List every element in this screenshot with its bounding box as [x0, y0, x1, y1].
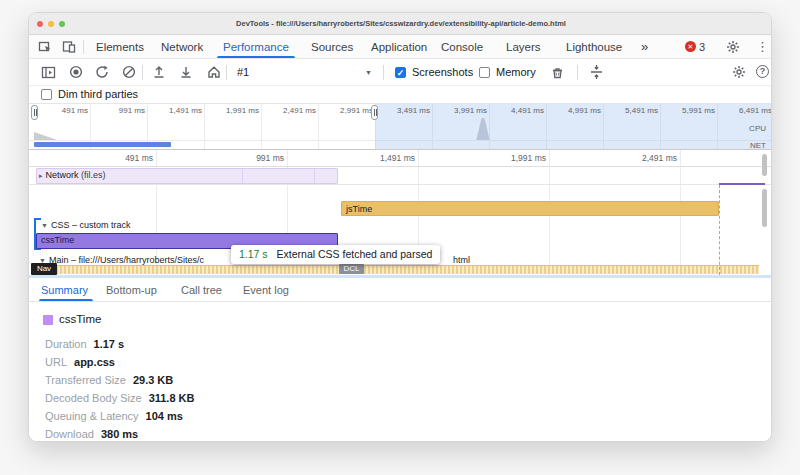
overview-tick: 991 ms [119, 106, 145, 115]
capture-settings-gear-icon[interactable] [732, 65, 746, 79]
timeline-overview[interactable]: 491 ms 991 ms 1,491 ms 1,991 ms 2,491 ms… [29, 103, 772, 150]
separator [142, 65, 143, 80]
tab-bottom-up[interactable]: Bottom-up [106, 278, 157, 302]
devtools-tabbar: Elements Network Performance Sources App… [29, 35, 772, 59]
summary-row-label: Duration [45, 338, 87, 350]
gridline [204, 104, 205, 150]
error-count[interactable]: 3 [699, 35, 705, 59]
error-badge-icon[interactable]: ✕ [685, 41, 696, 52]
nav-marker-badge[interactable]: Nav [31, 263, 57, 275]
history-caret-icon[interactable]: ▼ [365, 69, 372, 76]
tab-console[interactable]: Console [441, 35, 483, 59]
ruler-tick: 1,991 ms [511, 153, 546, 163]
dim-third-parties-row: Dim third parties [29, 86, 772, 103]
summary-row-label: Queuing & Latency [45, 410, 139, 422]
summary-row: URLapp.css [45, 352, 115, 370]
live-metrics-home-icon[interactable] [207, 65, 221, 79]
main-track-label[interactable]: ▼Main – file:///Users/harryroberts/Sites… [39, 255, 204, 265]
memory-label[interactable]: Memory [496, 66, 536, 79]
overview-tick: 4,491 ms [511, 106, 544, 115]
overview-tick: 2,991 ms [340, 106, 373, 115]
record-icon[interactable] [69, 65, 83, 79]
tab-call-tree[interactable]: Call tree [181, 278, 222, 302]
settings-gear-icon[interactable] [726, 40, 740, 54]
main-activity-bar[interactable] [36, 265, 759, 274]
summary-row: Download380 ms [45, 424, 138, 442]
jstime-event-bar[interactable]: jsTime [341, 201, 719, 216]
device-toolbar-icon[interactable] [62, 40, 76, 54]
vertical-scrollbar-thumb[interactable] [762, 154, 767, 176]
cpu-row-label: CPU [749, 124, 766, 133]
kebab-menu-icon[interactable]: ⋮ [756, 35, 769, 59]
active-tab-underline [39, 299, 93, 302]
save-profile-icon[interactable] [179, 65, 193, 79]
main-track-label-tail: html [453, 255, 470, 265]
summary-row-label: Decoded Body Size [45, 392, 142, 404]
gridline [549, 150, 550, 167]
time-cursor-dashed-line [719, 185, 720, 275]
separator [577, 65, 578, 80]
devtools-window: DevTools - file:///Users/harryroberts/Si… [28, 12, 772, 442]
collect-garbage-icon[interactable] [550, 65, 565, 80]
tab-layers[interactable]: Layers [506, 35, 541, 59]
summary-row: Queuing & Latency104 ms [45, 406, 183, 424]
more-tabs-chevron-icon[interactable]: » [641, 35, 648, 59]
overview-tick: 3,991 ms [454, 106, 487, 115]
summary-row-value: 1.17 s [94, 338, 125, 350]
collapse-rows-icon[interactable] [589, 64, 604, 80]
ruler-tick: 491 ms [125, 153, 153, 163]
window-title: DevTools - file:///Users/harryroberts/Si… [29, 19, 772, 28]
selection-handle-left[interactable] [31, 105, 38, 120]
tab-elements[interactable]: Elements [96, 35, 144, 59]
css-track-label[interactable]: ▼CSS – custom track [41, 220, 130, 230]
summary-row-label: Download [45, 428, 94, 440]
dim-third-parties-checkbox[interactable] [41, 89, 52, 100]
network-bar-text: (fil.es) [81, 170, 106, 180]
overview-tick: 1,491 ms [169, 106, 202, 115]
record-and-reload-icon[interactable] [95, 65, 109, 79]
gridline [680, 150, 681, 167]
history-select[interactable]: #1 [237, 66, 249, 79]
gridline [287, 150, 288, 167]
summary-row-value: 311.8 KB [149, 392, 195, 404]
flamechart-area[interactable]: ▸Network (fil.es) jsTime ▼CSS – custom t… [29, 167, 772, 275]
gridline [261, 104, 262, 150]
separator [83, 40, 84, 54]
event-tooltip: 1.17 s External CSS fetched and parsed [231, 245, 440, 264]
dim-third-parties-label[interactable]: Dim third parties [58, 88, 138, 101]
toggle-sidebar-icon[interactable] [41, 65, 56, 80]
request-segment-divider [314, 169, 315, 183]
memory-checkbox[interactable] [479, 67, 490, 78]
inspect-element-icon[interactable] [38, 40, 52, 54]
summary-row-value: 380 ms [101, 428, 138, 440]
tab-lighthouse[interactable]: Lighthouse [566, 35, 622, 59]
network-overview-bar [34, 142, 171, 147]
dcl-marker-badge[interactable]: DCL [339, 264, 364, 274]
network-track-label[interactable]: ▸Network (fil.es) [39, 170, 106, 180]
summary-row: Duration1.17 s [45, 334, 124, 352]
screenshots-label[interactable]: Screenshots [412, 66, 473, 79]
summary-row: Decoded Body Size311.8 KB [45, 388, 195, 406]
expanded-triangle-icon[interactable]: ▼ [41, 222, 48, 229]
collapsed-triangle-icon[interactable]: ▸ [39, 172, 43, 179]
tab-application[interactable]: Application [371, 35, 427, 59]
separator [226, 65, 227, 80]
load-profile-icon[interactable] [152, 65, 166, 79]
request-segment-divider [242, 169, 243, 183]
clear-icon[interactable] [122, 65, 136, 79]
overview-tick: 491 ms [62, 106, 88, 115]
tab-network[interactable]: Network [161, 35, 203, 59]
tab-sources[interactable]: Sources [311, 35, 353, 59]
screenshots-checkbox[interactable]: ✓ [395, 67, 406, 78]
overview-tick: 5,491 ms [625, 106, 658, 115]
performance-toolbar: #1 ▼ ✓ Screenshots Memory ? [29, 59, 772, 86]
tooltip-duration: 1.17 s [239, 248, 268, 260]
vertical-scrollbar-thumb[interactable] [762, 189, 767, 227]
selection-handle-right[interactable] [371, 105, 378, 120]
flamechart-ruler: 491 ms 991 ms 1,491 ms 1,991 ms 2,491 ms… [29, 150, 772, 167]
summary-row-value[interactable]: app.css [74, 356, 115, 368]
overview-tick: 4,991 ms [568, 106, 601, 115]
overview-tick: 6,491 ms [739, 106, 772, 115]
tab-event-log[interactable]: Event log [243, 278, 289, 302]
help-icon[interactable]: ? [756, 65, 769, 78]
